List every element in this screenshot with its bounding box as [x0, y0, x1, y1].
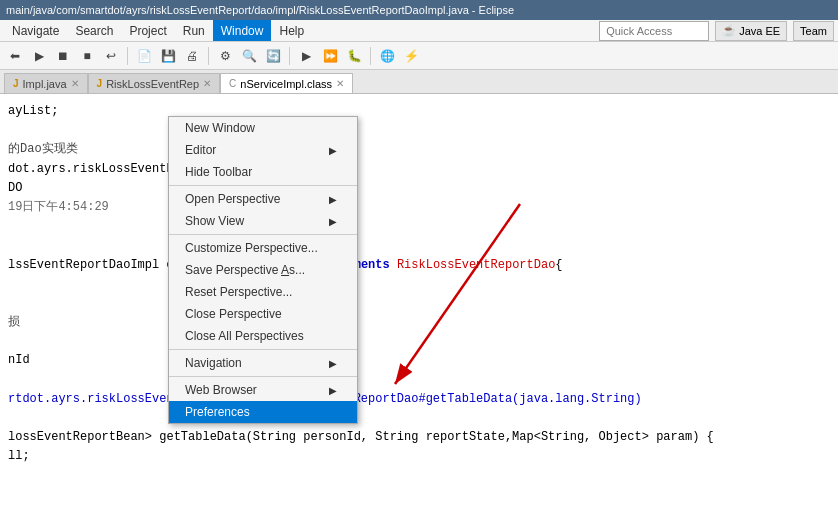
- code-line-5: DO: [8, 179, 830, 198]
- toolbar-btn-13[interactable]: ⏩: [319, 45, 341, 67]
- title-bar: main/java/com/smartdot/ayrs/riskLossEven…: [0, 0, 838, 20]
- toolbar-sep-4: [370, 47, 371, 65]
- navigation-label: Navigation: [185, 356, 242, 370]
- window-dropdown-menu: New Window Editor ▶ Hide Toolbar Open Pe…: [168, 116, 358, 424]
- tab-close-2[interactable]: ✕: [203, 78, 211, 89]
- code-line-7: [8, 217, 830, 236]
- code-line-14: [8, 371, 830, 390]
- toolbar-sep-3: [289, 47, 290, 65]
- quick-access-area: ☕ Java EE Team: [599, 21, 834, 41]
- code-panel[interactable]: ayList; 的Dao实现类 dot.ayrs.riskLossEventRe…: [0, 94, 838, 526]
- preferences-label: Preferences: [185, 405, 250, 419]
- toolbar-btn-12[interactable]: ▶: [295, 45, 317, 67]
- hide-toolbar-label: Hide Toolbar: [185, 165, 252, 179]
- toolbar-btn-2[interactable]: ▶: [28, 45, 50, 67]
- java-ee-label: Java EE: [739, 25, 780, 37]
- menu-open-perspective[interactable]: Open Perspective ▶: [169, 188, 357, 210]
- web-browser-label: Web Browser: [185, 383, 257, 397]
- toolbar-btn-7[interactable]: 💾: [157, 45, 179, 67]
- menu-window[interactable]: Window: [213, 20, 272, 41]
- tab-close-3[interactable]: ✕: [336, 78, 344, 89]
- java-ee-perspective[interactable]: ☕ Java EE: [715, 21, 787, 41]
- toolbar-btn-5[interactable]: ↩: [100, 45, 122, 67]
- menu-new-window[interactable]: New Window: [169, 117, 357, 139]
- quick-access-input[interactable]: [599, 21, 709, 41]
- separator-3: [169, 349, 357, 350]
- toolbar-btn-8[interactable]: 🖨: [181, 45, 203, 67]
- tab-icon-2: J: [97, 78, 103, 89]
- close-perspective-label: Close Perspective: [185, 307, 282, 321]
- open-perspective-label: Open Perspective: [185, 192, 280, 206]
- menu-preferences[interactable]: Preferences: [169, 401, 357, 423]
- save-perspective-label: Save Perspective As...: [185, 263, 305, 277]
- code-line-3: 的Dao实现类: [8, 140, 830, 159]
- tab-label-3: nServiceImpl.class: [240, 78, 332, 90]
- tab-impl-java[interactable]: J Impl.java ✕: [4, 73, 88, 93]
- code-line-4: dot.ayrs.riskLossEventReport: [8, 160, 830, 179]
- toolbar-btn-11[interactable]: 🔄: [262, 45, 284, 67]
- toolbar-btn-10[interactable]: 🔍: [238, 45, 260, 67]
- web-browser-arrow: ▶: [329, 385, 337, 396]
- editor-arrow: ▶: [329, 145, 337, 156]
- code-line-16: [8, 409, 830, 428]
- menu-run[interactable]: Run: [175, 20, 213, 41]
- menu-close-all-perspectives[interactable]: Close All Perspectives: [169, 325, 357, 347]
- code-line-18: ll;: [8, 447, 830, 466]
- show-view-arrow: ▶: [329, 216, 337, 227]
- menu-help[interactable]: Help: [271, 20, 312, 41]
- open-perspective-arrow: ▶: [329, 194, 337, 205]
- toolbar-btn-3[interactable]: ⏹: [52, 45, 74, 67]
- java-ee-icon: ☕: [722, 24, 736, 37]
- toolbar: ⬅ ▶ ⏹ ■ ↩ 📄 💾 🖨 ⚙ 🔍 🔄 ▶ ⏩ 🐛 🌐 ⚡: [0, 42, 838, 70]
- tab-label-2: RiskLossEventRep: [106, 78, 199, 90]
- menu-show-view[interactable]: Show View ▶: [169, 210, 357, 232]
- tab-icon-1: J: [13, 78, 19, 89]
- code-line-6: 19日下午4:54:29: [8, 198, 830, 217]
- code-line-8: [8, 236, 830, 255]
- toolbar-sep-2: [208, 47, 209, 65]
- navigation-arrow: ▶: [329, 358, 337, 369]
- editor-label: Editor: [185, 143, 216, 157]
- toolbar-sep-1: [127, 47, 128, 65]
- code-line-15: rtdot.ayrs.riskLossEventReport.dao.RiskL…: [8, 390, 830, 409]
- menu-save-perspective[interactable]: Save Perspective As...: [169, 259, 357, 281]
- toolbar-btn-debug[interactable]: 🐛: [343, 45, 365, 67]
- menu-navigate[interactable]: Navigate: [4, 20, 67, 41]
- toolbar-btn-15[interactable]: ⚡: [400, 45, 422, 67]
- menu-editor[interactable]: Editor ▶: [169, 139, 357, 161]
- reset-perspective-label: Reset Perspective...: [185, 285, 292, 299]
- menu-close-perspective[interactable]: Close Perspective: [169, 303, 357, 325]
- close-all-perspectives-label: Close All Perspectives: [185, 329, 304, 343]
- team-label: Team: [800, 25, 827, 37]
- toolbar-btn-4[interactable]: ■: [76, 45, 98, 67]
- tab-icon-3: C: [229, 78, 236, 89]
- separator-2: [169, 234, 357, 235]
- toolbar-btn-9[interactable]: ⚙: [214, 45, 236, 67]
- menu-reset-perspective[interactable]: Reset Perspective...: [169, 281, 357, 303]
- separator-4: [169, 376, 357, 377]
- toolbar-btn-14[interactable]: 🌐: [376, 45, 398, 67]
- menu-customize-perspective[interactable]: Customize Perspective...: [169, 237, 357, 259]
- code-line-9: [8, 275, 830, 294]
- menu-navigation[interactable]: Navigation ▶: [169, 352, 357, 374]
- code-line-12: [8, 332, 830, 351]
- separator-1: [169, 185, 357, 186]
- tab-risk-loss[interactable]: J RiskLossEventRep ✕: [88, 73, 221, 93]
- tab-service-impl[interactable]: C nServiceImpl.class ✕: [220, 73, 353, 93]
- toolbar-btn-6[interactable]: 📄: [133, 45, 155, 67]
- code-line-2: [8, 121, 830, 140]
- menu-search[interactable]: Search: [67, 20, 121, 41]
- code-line-10: [8, 294, 830, 313]
- code-line-declaration: lssEventReportDaoImpl extends <reportBea…: [8, 256, 830, 275]
- customize-perspective-label: Customize Perspective...: [185, 241, 318, 255]
- tab-close-1[interactable]: ✕: [71, 78, 79, 89]
- menu-project[interactable]: Project: [121, 20, 174, 41]
- toolbar-btn-1[interactable]: ⬅: [4, 45, 26, 67]
- team-perspective[interactable]: Team: [793, 21, 834, 41]
- code-line-11: 损: [8, 313, 830, 332]
- code-line-13: nId: [8, 351, 830, 370]
- menu-bar: Navigate Search Project Run Window Help …: [0, 20, 838, 42]
- menu-web-browser[interactable]: Web Browser ▶: [169, 379, 357, 401]
- menu-hide-toolbar[interactable]: Hide Toolbar: [169, 161, 357, 183]
- code-line-17: lossEventReportBean> getTableData(String…: [8, 428, 830, 447]
